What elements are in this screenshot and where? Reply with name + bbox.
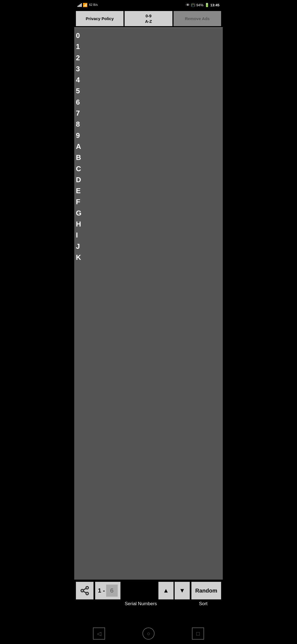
serial-numbers-label: Serial Numbers xyxy=(95,601,187,607)
status-left: 📶 62 B/s xyxy=(78,3,98,7)
alpha-index-item[interactable]: F xyxy=(76,196,81,207)
sort-buttons: ▲ ▼ xyxy=(158,582,190,599)
clock: 13:45 xyxy=(210,3,219,7)
alpha-index-item[interactable]: 5 xyxy=(76,85,81,96)
status-bar: 📶 62 B/s 👁 📳 94% 🔋 13:45 xyxy=(74,0,223,10)
sort-az-button[interactable]: 0-9 A-Z xyxy=(125,11,172,26)
alpha-index-item[interactable]: 1 xyxy=(76,41,81,52)
status-right: 👁 📳 94% 🔋 13:45 xyxy=(186,3,219,7)
alpha-index: 0123456789ABCDEFGHIJK xyxy=(74,28,83,580)
alpha-index-item[interactable]: 3 xyxy=(76,63,81,74)
alpha-index-item[interactable]: 7 xyxy=(76,108,81,119)
battery-level: 94% xyxy=(196,3,204,7)
data-speed: 62 B/s xyxy=(89,3,98,7)
remove-ads-button[interactable]: Remove Ads xyxy=(174,11,221,26)
battery-icon: 🔋 xyxy=(205,3,209,7)
alpha-index-item[interactable]: 9 xyxy=(76,130,81,141)
back-button[interactable]: ◁ xyxy=(93,627,105,640)
bottom-toolbar: 1 - ▲ ▼ Random Serial Numbers Sort xyxy=(74,580,223,608)
random-button[interactable]: Random xyxy=(191,582,221,599)
share-button[interactable] xyxy=(76,582,94,599)
alpha-index-item[interactable]: K xyxy=(76,252,81,263)
bottom-labels: Serial Numbers Sort xyxy=(76,601,221,607)
serial-display: 1 - xyxy=(95,582,120,599)
main-content: 0123456789ABCDEFGHIJK xyxy=(74,27,223,580)
sort-up-button[interactable]: ▲ xyxy=(158,582,174,599)
alpha-index-item[interactable]: E xyxy=(76,185,81,196)
recents-button[interactable]: □ xyxy=(192,627,204,640)
alpha-index-item[interactable]: G xyxy=(76,208,81,219)
svg-line-4 xyxy=(83,588,86,590)
content-area xyxy=(83,28,223,580)
signal-icon xyxy=(78,3,82,7)
alpha-index-item[interactable]: 8 xyxy=(76,119,81,130)
alpha-index-item[interactable]: 4 xyxy=(76,74,81,85)
alpha-index-item[interactable]: H xyxy=(76,219,81,230)
wifi-icon: 📶 xyxy=(83,3,87,7)
alpha-index-item[interactable]: 6 xyxy=(76,97,81,108)
vibrate-icon: 📳 xyxy=(191,3,195,7)
ads-area xyxy=(74,608,223,619)
serial-input[interactable] xyxy=(106,585,118,597)
alpha-index-item[interactable]: I xyxy=(76,230,81,241)
home-button[interactable]: ○ xyxy=(142,627,155,640)
bottom-controls: 1 - ▲ ▼ Random xyxy=(76,582,221,599)
alpha-index-item[interactable]: D xyxy=(76,174,81,185)
alpha-index-item[interactable]: 2 xyxy=(76,52,81,63)
privacy-icon: 👁 xyxy=(186,3,190,7)
svg-line-3 xyxy=(83,591,86,593)
share-icon xyxy=(80,586,90,596)
alpha-index-item[interactable]: A xyxy=(76,141,81,152)
alpha-index-item[interactable]: 0 xyxy=(76,30,81,41)
alpha-index-item[interactable]: C xyxy=(76,163,81,174)
main-toolbar: Privacy Policy 0-9 A-Z Remove Ads xyxy=(74,10,223,27)
sort-label: Sort xyxy=(187,601,219,607)
sort-down-button[interactable]: ▼ xyxy=(175,582,190,599)
alpha-index-item[interactable]: J xyxy=(76,241,81,252)
serial-prefix: 1 - xyxy=(98,587,105,594)
privacy-policy-button[interactable]: Privacy Policy xyxy=(76,11,123,26)
alpha-index-item[interactable]: B xyxy=(76,152,81,163)
nav-bar: ◁ ○ □ xyxy=(74,624,223,644)
